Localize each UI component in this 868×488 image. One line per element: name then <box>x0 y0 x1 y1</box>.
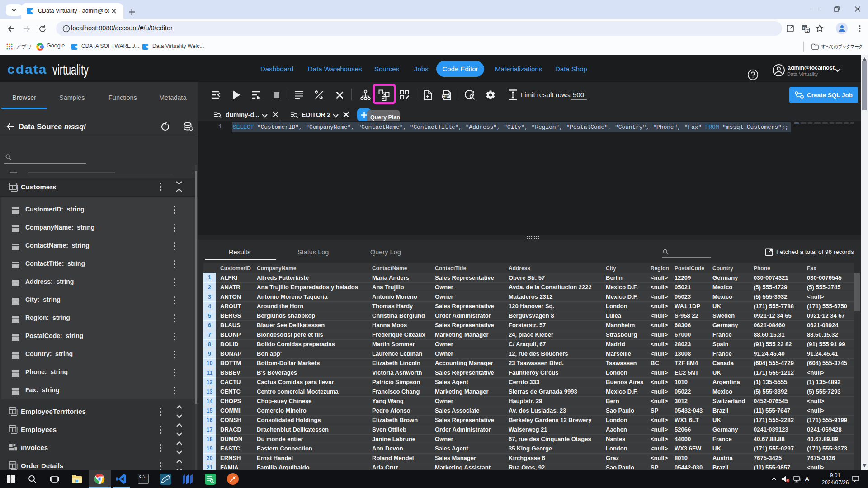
svg-text:文: 文 <box>806 28 810 33</box>
svg-text:CSV: CSV <box>443 95 449 98</box>
